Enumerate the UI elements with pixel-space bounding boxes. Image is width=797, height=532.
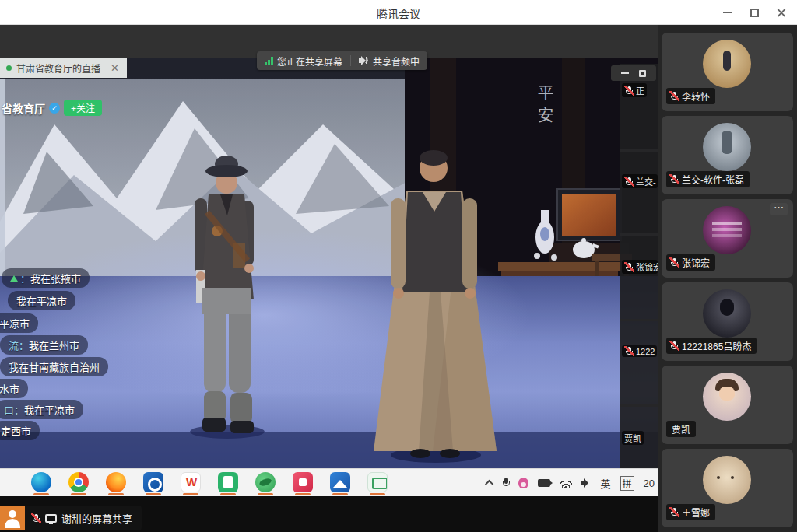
verified-badge-icon: ✓ (49, 103, 60, 114)
green-doc-app-icon[interactable] (218, 472, 238, 492)
system-tray: 英 拼 20 (487, 469, 655, 497)
overlay-participant-name: 张锦宏 (636, 261, 658, 273)
minimize-icon[interactable] (714, 0, 741, 25)
participant-name: 贾凯 (672, 422, 690, 436)
audio-sharing-status[interactable]: 共享音频中 (351, 54, 427, 68)
sharing-banner: 您正在共享屏幕 共享音频中 (257, 51, 427, 70)
screen-share-app-icon[interactable] (367, 472, 388, 492)
browser-tab[interactable]: 甘肃省教育厅的直播 ✕ (0, 58, 127, 78)
chat-message: 我在甘南藏族自治州 (0, 357, 108, 376)
participant-tile[interactable]: ⋯ 张锦宏 (662, 199, 793, 278)
chat-message: 水市 (0, 379, 28, 398)
mic-muted-icon (624, 346, 634, 356)
chat-prefix: 流： (9, 340, 29, 352)
sharer-avatar-icon (0, 506, 25, 530)
overlay-participant-name: 1222 (636, 347, 655, 356)
mic-muted-icon (31, 513, 40, 523)
chat-message: 平凉市 (0, 313, 38, 333)
tray-qq-icon[interactable] (518, 478, 528, 488)
mic-muted-icon (624, 86, 634, 96)
tray-clock: 20 (644, 478, 655, 489)
firefox-icon[interactable] (106, 472, 126, 492)
red-app-icon[interactable] (293, 472, 313, 492)
tab-title: 甘肃省教育厅的直播 (16, 61, 109, 75)
avatar (703, 289, 751, 338)
mic-muted-icon (669, 341, 679, 351)
chrome-icon[interactable] (68, 472, 89, 492)
tray-camera-icon[interactable] (538, 479, 550, 487)
participant-tile[interactable]: 王雪娜 (662, 449, 793, 527)
streamer-info: 省教育厅 ✓ +关注 (2, 100, 102, 116)
participant-name: 12221865吕盼杰 (682, 339, 751, 352)
chat-message: 流：我在兰州市 (0, 335, 88, 355)
window-titlebar: 腾讯会议 (0, 0, 797, 25)
chat-message: 定西市 (0, 421, 40, 440)
more-options-icon[interactable]: ⋯ (770, 203, 788, 215)
streamer-name: 省教育厅 (2, 100, 45, 116)
participant-tile[interactable]: 12221865吕盼杰 (662, 282, 793, 361)
chat-text: 我在甘南藏族自治州 (9, 362, 100, 373)
participant-name: 张锦宏 (682, 256, 710, 269)
tray-speaker-icon[interactable] (581, 478, 592, 488)
participant-tile[interactable]: 兰交-软件-张磊 (662, 116, 793, 194)
participant-tile[interactable]: 李转怀 (662, 33, 793, 111)
share-status-label: 谢甜的屏幕共享 (61, 511, 132, 526)
participant-name: 兰交-软件-张磊 (682, 173, 744, 186)
overlay-participant-name: 兰交- (636, 175, 656, 187)
participant-name: 王雪娜 (682, 506, 710, 519)
overlay-participant-name: 正 (636, 84, 644, 96)
avatar (703, 123, 751, 171)
follow-button[interactable]: +关注 (64, 100, 102, 116)
edge-icon[interactable] (31, 472, 51, 492)
mic-muted-icon (624, 262, 634, 272)
tencent-meeting-window: 腾讯会议 您正在共享屏幕 共享音频中 (0, 0, 797, 532)
green-bird-app-icon[interactable] (255, 472, 276, 492)
wps-icon[interactable] (181, 472, 201, 492)
close-icon[interactable] (767, 0, 794, 25)
panel-restore-icon[interactable] (639, 70, 646, 77)
tray-input-language[interactable]: 英 (601, 476, 611, 491)
chat-prefix: 口： (4, 404, 24, 416)
chat-text: 我在平凉市 (24, 404, 75, 416)
chat-user-icon (10, 275, 18, 282)
stage-scene (0, 58, 658, 468)
photos-app-icon[interactable] (330, 472, 350, 492)
avatar (703, 206, 751, 254)
mic-muted-icon (669, 257, 679, 268)
mic-muted-icon (669, 507, 679, 517)
panel-minimize-icon[interactable] (621, 72, 629, 74)
chat-text: 我在张掖市 (30, 273, 81, 285)
chat-text: 平凉市 (0, 318, 30, 330)
shared-screen-content: 平安 (0, 58, 658, 468)
windows-taskbar: 英 拼 20 (0, 468, 658, 496)
signal-bars-icon (265, 57, 273, 65)
chat-text: 我在兰州市 (29, 340, 79, 352)
speaker-icon (359, 56, 369, 65)
sharing-status-label: 您正在共享屏幕 (277, 54, 342, 68)
outlook-icon[interactable] (143, 472, 163, 492)
participant-tile[interactable]: 贾凯 (662, 366, 793, 444)
tray-mic-icon[interactable] (503, 478, 509, 488)
chat-message: 口：我在平凉市 (0, 400, 83, 419)
chat-message: 我在平凉市 (8, 291, 75, 310)
participant-name: 李转怀 (682, 89, 710, 103)
chat-text: 我在平凉市 (16, 296, 67, 307)
avatar (703, 456, 751, 504)
sharing-status: 您正在共享屏幕 (257, 54, 350, 68)
tab-live-dot-icon (6, 65, 12, 71)
audio-status-label: 共享音频中 (373, 54, 420, 68)
chat-message: ：我在张掖市 (2, 268, 90, 288)
maximize-icon[interactable] (741, 0, 767, 25)
tab-close-icon[interactable]: ✕ (109, 62, 121, 74)
mic-muted-icon (624, 177, 634, 187)
screen-share-icon (45, 514, 57, 523)
tray-ime-indicator[interactable]: 拼 (620, 476, 634, 491)
participant-panel: 李转怀 兰交-软件-张磊 ⋯ 张锦宏 12221865吕盼杰 贾凯 王雪娜 (658, 25, 797, 532)
avatar (703, 373, 751, 421)
chat-text: 水市 (0, 383, 19, 395)
backdrop-calligraphy: 平安 (532, 84, 556, 129)
window-title: 腾讯会议 (0, 5, 797, 21)
tray-wifi-icon[interactable] (560, 479, 572, 488)
tray-expand-icon[interactable] (484, 480, 493, 488)
overlay-participant-name: 贾凯 (624, 432, 641, 444)
